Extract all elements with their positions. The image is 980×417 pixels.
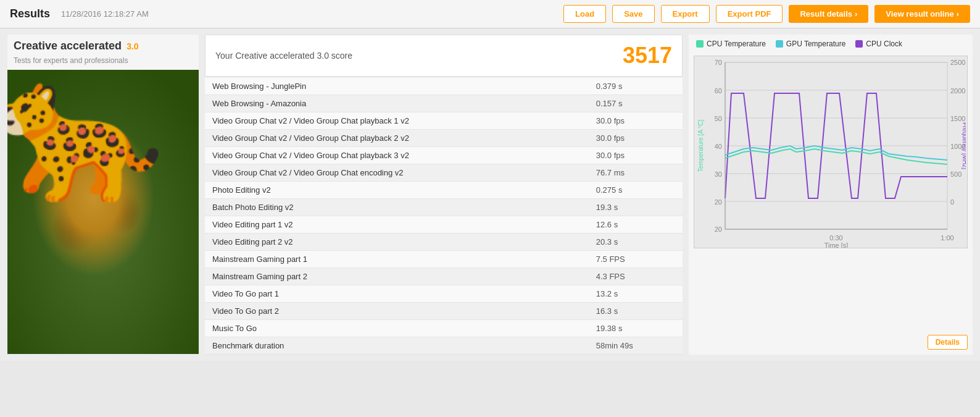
table-row: Photo Editing v20.275 s — [205, 182, 683, 199]
table-row: Web Browsing - Amazonia0.157 s — [205, 95, 683, 112]
suite-header: Creative accelerated 3.0 — [7, 35, 199, 56]
cpu-clock-label: CPU Clock — [866, 40, 902, 48]
table-row: Batch Photo Editing v219.3 s — [205, 199, 683, 216]
results-date: 11/28/2016 12:18:27 AM — [61, 9, 149, 19]
chart-legend: CPU Temperature GPU Temperature CPU Cloc… — [689, 35, 973, 53]
leopard-image — [7, 70, 199, 354]
export-pdf-button[interactable]: Export PDF — [716, 5, 783, 23]
svg-text:0: 0 — [950, 198, 954, 206]
export-button[interactable]: Export — [661, 5, 710, 23]
cpu-temp-dot — [696, 40, 704, 48]
svg-text:Temperature [A °C]: Temperature [A °C] — [697, 119, 704, 172]
table-row: Video Editing part 2 v220.3 s — [205, 234, 683, 251]
svg-text:2500: 2500 — [950, 59, 965, 66]
gpu-temp-label: GPU Temperature — [786, 40, 846, 48]
svg-text:Frequency [MHz]: Frequency [MHz] — [961, 122, 966, 169]
svg-text:1500: 1500 — [950, 115, 965, 122]
suite-subtitle: Tests for experts and professionals — [7, 56, 199, 70]
svg-text:1:00: 1:00 — [941, 234, 953, 242]
score-label: Your Creative accelerated 3.0 score — [215, 51, 352, 61]
svg-text:Time [s]: Time [s] — [824, 242, 849, 248]
table-row: Video To Go part 113.2 s — [205, 285, 683, 303]
chart-svg: 70 60 50 40 30 20 20 2500 2000 1500 1000… — [694, 56, 966, 248]
svg-text:40: 40 — [715, 143, 722, 150]
table-row: Video Group Chat v2 / Video Group Chat p… — [205, 130, 683, 147]
cpu-temp-label: CPU Temperature — [707, 40, 766, 48]
svg-text:30: 30 — [715, 171, 722, 178]
svg-text:20: 20 — [715, 225, 722, 233]
table-row: Music To Go19.38 s — [205, 320, 683, 337]
top-bar: Results 11/28/2016 12:18:27 AM Load Save… — [0, 0, 980, 28]
cpu-clock-dot — [855, 40, 863, 48]
table-row: Video Group Chat v2 / Video Group Chat e… — [205, 164, 683, 182]
result-details-button[interactable]: Result details › — [789, 5, 868, 23]
chart-container: 70 60 50 40 30 20 20 2500 2000 1500 1000… — [689, 53, 973, 267]
svg-text:0:30: 0:30 — [829, 234, 842, 242]
main-content: Creative accelerated 3.0 Tests for exper… — [0, 28, 980, 361]
table-row: Video To Go part 216.3 s — [205, 303, 683, 320]
table-row: Mainstream Gaming part 24.3 FPS — [205, 268, 683, 285]
save-button[interactable]: Save — [612, 5, 654, 23]
center-panel: Your Creative accelerated 3.0 score 3517… — [205, 35, 683, 355]
svg-text:50: 50 — [715, 115, 722, 122]
svg-text:60: 60 — [715, 87, 722, 95]
legend-cpu-clock: CPU Clock — [855, 40, 902, 48]
svg-text:70: 70 — [715, 59, 722, 66]
table-row: Video Editing part 1 v212.6 s — [205, 216, 683, 234]
score-value: 3517 — [623, 43, 672, 69]
table-row: Benchmark duration58min 49s — [205, 337, 683, 355]
right-panel: CPU Temperature GPU Temperature CPU Cloc… — [689, 35, 973, 355]
legend-cpu-temp: CPU Temperature — [696, 40, 766, 48]
suite-title: Creative accelerated — [14, 40, 122, 53]
score-row: Your Creative accelerated 3.0 score 3517 — [205, 35, 683, 77]
table-row: Video Group Chat v2 / Video Group Chat p… — [205, 147, 683, 164]
left-panel: Creative accelerated 3.0 Tests for exper… — [7, 35, 199, 355]
chart-area: 70 60 50 40 30 20 20 2500 2000 1500 1000… — [694, 56, 968, 248]
results-title: Results — [10, 7, 50, 20]
svg-text:500: 500 — [950, 171, 961, 178]
gpu-temp-dot — [776, 40, 783, 48]
legend-gpu-temp: GPU Temperature — [776, 40, 846, 48]
svg-text:2000: 2000 — [950, 87, 965, 95]
svg-text:20: 20 — [715, 198, 722, 206]
details-button[interactable]: Details — [928, 335, 968, 350]
view-online-button[interactable]: View result online › — [874, 5, 970, 23]
table-row: Video Group Chat v2 / Video Group Chat p… — [205, 112, 683, 130]
table-row: Web Browsing - JunglePin0.379 s — [205, 78, 683, 95]
suite-version: 3.0 — [127, 41, 138, 51]
load-button[interactable]: Load — [563, 5, 606, 23]
table-row: Mainstream Gaming part 17.5 FPS — [205, 251, 683, 268]
results-table: Web Browsing - JunglePin0.379 sWeb Brows… — [205, 78, 683, 355]
